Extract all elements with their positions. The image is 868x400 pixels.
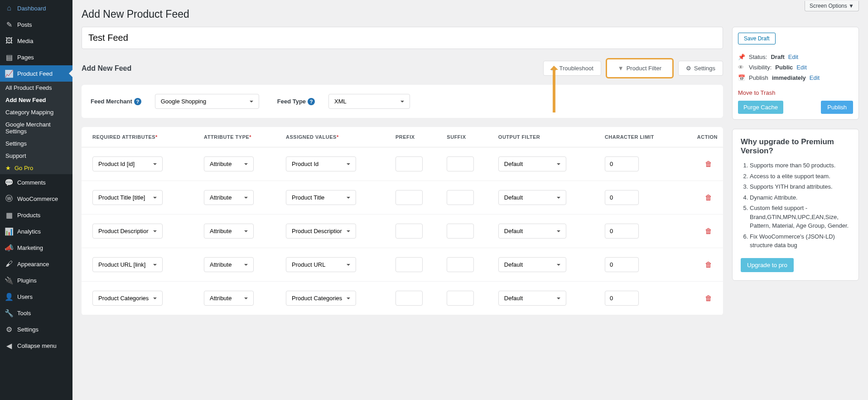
publish-box: Save Draft 📌Status: Draft Edit 👁Visibili… bbox=[732, 27, 859, 120]
sidebar-item-analytics[interactable]: 📊Analytics bbox=[0, 223, 72, 239]
assigned-value-select[interactable]: Product Categories bbox=[286, 291, 356, 306]
attribute-type-select[interactable]: Attribute bbox=[204, 190, 254, 205]
visibility-edit-link[interactable]: Edit bbox=[796, 64, 806, 71]
suffix-input[interactable] bbox=[447, 224, 474, 239]
sidebar-item-users[interactable]: 👤Users bbox=[0, 288, 72, 305]
sidebar-item-tools[interactable]: 🔧Tools bbox=[0, 305, 72, 321]
product-filter-button[interactable]: ▼Product Filter bbox=[606, 58, 674, 78]
sidebar-item-products[interactable]: ▦Products bbox=[0, 207, 72, 223]
suffix-input[interactable] bbox=[447, 291, 474, 306]
sidebar-item-marketing[interactable]: 📣Marketing bbox=[0, 239, 72, 256]
col-output: OUTPUT FILTER bbox=[493, 127, 599, 147]
output-filter-select[interactable]: Default bbox=[498, 224, 566, 239]
settings-icon: ⚙ bbox=[5, 325, 14, 334]
char-limit-input[interactable] bbox=[605, 190, 639, 205]
char-limit-input[interactable] bbox=[605, 291, 639, 306]
required-attribute-select[interactable]: Product URL [link] bbox=[92, 257, 163, 272]
suffix-input[interactable] bbox=[447, 190, 474, 205]
prefix-input[interactable] bbox=[395, 224, 423, 239]
subitem-settings[interactable]: Settings bbox=[0, 137, 72, 150]
prefix-input[interactable] bbox=[395, 257, 423, 272]
col-required: REQUIRED ATTRIBUTES* bbox=[82, 127, 198, 147]
feed-merchant-select[interactable]: Google Shopping bbox=[155, 94, 259, 109]
delete-row-icon[interactable]: 🗑 bbox=[705, 227, 712, 235]
publish-label: Publish bbox=[749, 74, 768, 81]
sidebar-item-product-feed[interactable]: 📈Product Feed bbox=[0, 65, 72, 82]
troubleshoot-button[interactable]: ⚠Troubleshoot bbox=[543, 61, 601, 76]
upgrade-to-pro-button[interactable]: Upgrade to pro bbox=[741, 258, 794, 272]
delete-row-icon[interactable]: 🗑 bbox=[705, 261, 712, 268]
feed-title-input[interactable] bbox=[82, 27, 723, 49]
attribute-type-select[interactable]: Attribute bbox=[204, 224, 254, 239]
suffix-input[interactable] bbox=[447, 257, 474, 272]
prefix-input[interactable] bbox=[395, 156, 423, 171]
sidebar-item-settings[interactable]: ⚙Settings bbox=[0, 321, 72, 337]
output-filter-select[interactable]: Default bbox=[498, 291, 566, 306]
woocommerce-icon: ⓦ bbox=[5, 194, 14, 203]
prefix-input[interactable] bbox=[395, 291, 423, 306]
save-draft-button[interactable]: Save Draft bbox=[738, 33, 776, 44]
sidebar-label: Media bbox=[17, 38, 33, 44]
screen-options-button[interactable]: Screen Options ▼ bbox=[805, 1, 859, 11]
col-action: ACTION bbox=[680, 127, 723, 147]
sidebar-item-media[interactable]: 🖾Media bbox=[0, 33, 72, 49]
subitem-support[interactable]: Support bbox=[0, 150, 72, 162]
subitem-add-new-feed[interactable]: Add New Feed bbox=[0, 94, 72, 106]
sidebar-item-posts[interactable]: ✎Posts bbox=[0, 16, 72, 33]
char-limit-input[interactable] bbox=[605, 156, 639, 171]
delete-row-icon[interactable]: 🗑 bbox=[705, 194, 712, 201]
warning-icon: ⚠ bbox=[551, 65, 556, 72]
sidebar-item-collapse[interactable]: ◀Collapse menu bbox=[0, 337, 72, 354]
required-attribute-select[interactable]: Product Id [id] bbox=[92, 156, 163, 171]
suffix-input[interactable] bbox=[447, 156, 474, 171]
assigned-value-select[interactable]: Product Title bbox=[286, 190, 356, 205]
sidebar-item-pages[interactable]: ▤Pages bbox=[0, 49, 72, 65]
help-icon[interactable]: ? bbox=[134, 98, 141, 105]
status-edit-link[interactable]: Edit bbox=[788, 54, 798, 60]
assigned-value-select[interactable]: Product Description bbox=[286, 224, 356, 239]
sidebar-item-comments[interactable]: 💬Comments bbox=[0, 174, 72, 190]
sidebar-label: Analytics bbox=[17, 228, 41, 235]
prefix-input[interactable] bbox=[395, 190, 423, 205]
sidebar-item-plugins[interactable]: 🔌Plugins bbox=[0, 272, 72, 288]
char-limit-input[interactable] bbox=[605, 257, 639, 272]
purge-cache-button[interactable]: Purge Cache bbox=[738, 101, 783, 114]
output-filter-select[interactable]: Default bbox=[498, 156, 566, 171]
feed-settings-button[interactable]: ⚙Settings bbox=[678, 61, 723, 76]
dashboard-icon: ⌂ bbox=[5, 4, 14, 13]
sidebar-label: Settings bbox=[17, 326, 39, 333]
table-row: Product Categories [product_type] Attrib… bbox=[82, 282, 723, 315]
subitem-google-merchant[interactable]: Google Merchant Settings bbox=[0, 118, 72, 137]
gear-icon: ⚙ bbox=[686, 65, 691, 72]
subitem-go-pro[interactable]: ★ Go Pro bbox=[0, 162, 72, 174]
publish-edit-link[interactable]: Edit bbox=[810, 74, 820, 81]
sidebar-item-appearance[interactable]: 🖌Appearance bbox=[0, 256, 72, 272]
assigned-value-select[interactable]: Product Id bbox=[286, 156, 356, 171]
delete-row-icon[interactable]: 🗑 bbox=[705, 160, 712, 168]
output-filter-select[interactable]: Default bbox=[498, 190, 566, 205]
attribute-type-select[interactable]: Attribute bbox=[204, 257, 254, 272]
sidebar-item-dashboard[interactable]: ⌂Dashboard bbox=[0, 0, 72, 16]
publish-button[interactable]: Publish bbox=[821, 101, 853, 114]
delete-row-icon[interactable]: 🗑 bbox=[705, 294, 712, 302]
assigned-value-select[interactable]: Product URL bbox=[286, 257, 356, 272]
subitem-all-feeds[interactable]: All Product Feeds bbox=[0, 82, 72, 94]
help-icon[interactable]: ? bbox=[308, 98, 315, 105]
media-icon: 🖾 bbox=[5, 36, 14, 45]
output-filter-select[interactable]: Default bbox=[498, 257, 566, 272]
col-suffix: SUFFIX bbox=[441, 127, 492, 147]
marketing-icon: 📣 bbox=[5, 243, 14, 252]
subitem-category-mapping[interactable]: Category Mapping bbox=[0, 106, 72, 118]
sidebar-item-woocommerce[interactable]: ⓦWooCommerce bbox=[0, 190, 72, 207]
list-item: Custom field support - Brand,GTIN,MPN,UP… bbox=[750, 204, 850, 230]
attribute-type-select[interactable]: Attribute bbox=[204, 291, 254, 306]
visibility-value: Public bbox=[775, 64, 793, 71]
char-limit-input[interactable] bbox=[605, 224, 639, 239]
calendar-icon: 📅 bbox=[738, 74, 745, 81]
required-attribute-select[interactable]: Product Description [description] bbox=[92, 224, 163, 239]
required-attribute-select[interactable]: Product Categories [product_type] bbox=[92, 291, 163, 306]
move-to-trash-link[interactable]: Move to Trash bbox=[738, 89, 775, 96]
attribute-type-select[interactable]: Attribute bbox=[204, 156, 254, 171]
required-attribute-select[interactable]: Product Title [title] bbox=[92, 190, 163, 205]
feed-type-select[interactable]: XML bbox=[328, 94, 410, 109]
